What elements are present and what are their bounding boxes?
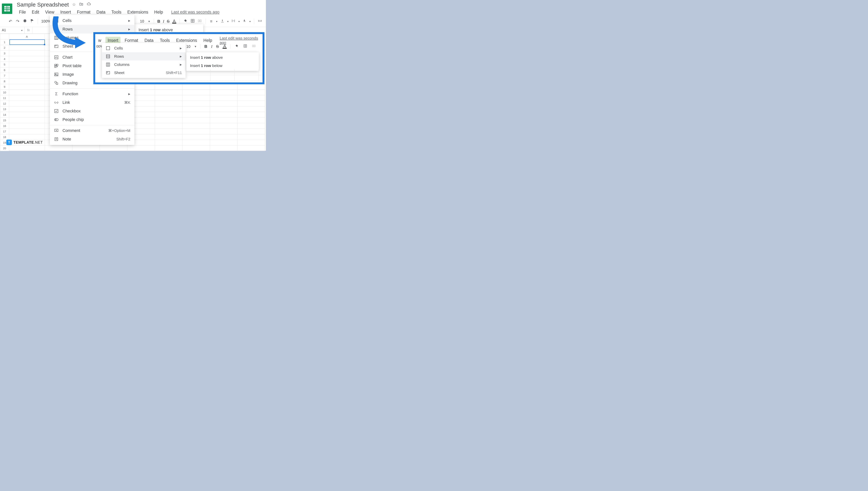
font-size[interactable]: 10 [139,19,145,24]
move-folder-icon[interactable] [79,2,83,7]
paint-format-icon[interactable] [30,19,34,24]
insert-menu: Cells ▶ Rows ▶ Columns ▶ Sheet Shift+F11 [102,43,186,78]
menu-item-label: Comment [62,128,80,133]
row-header[interactable]: 4 [0,56,9,62]
svg-rect-2 [198,20,199,22]
chevron-right-icon: ▶ [128,28,130,31]
row-header[interactable]: 8 [0,79,9,84]
strikethrough-button[interactable]: S [216,44,219,49]
chevron-down-icon[interactable]: ▼ [194,45,197,48]
row-header[interactable]: 7 [0,73,9,79]
svg-rect-0 [4,6,10,11]
insert-rows[interactable]: Rows ▶ [102,52,186,60]
text-color-button[interactable]: A [172,19,176,24]
chevron-down-icon[interactable]: ▾ [249,20,251,23]
strikethrough-button[interactable]: S [167,19,169,24]
print-icon[interactable] [23,19,27,24]
insert-checkbox[interactable]: Checkbox [50,107,134,115]
sigma-icon: Σ [54,91,59,96]
last-edit-link[interactable]: Last edit was seconds ago [171,8,219,16]
vertical-align-icon[interactable] [220,19,225,24]
row-header[interactable]: 3 [0,51,9,56]
row-header[interactable]: 2 [0,45,9,51]
menu-item-label: Note [62,137,71,142]
row-header[interactable]: 14 [0,112,9,118]
menu-item-label: Image [62,72,74,77]
row-header[interactable]: 15 [0,118,9,123]
row-header[interactable]: 20 [0,145,9,151]
insert-cells[interactable]: Cells ▶ [50,17,134,25]
font-size[interactable]: 10 [186,45,190,49]
chevron-down-icon[interactable]: ▾ [238,20,240,23]
row-header[interactable]: 6 [0,67,9,73]
zoom-level[interactable]: 100% [41,19,51,24]
insert-row-above[interactable]: Insert 1 row above [186,53,259,62]
merge-cells-icon[interactable] [197,19,202,24]
chevron-down-icon[interactable]: ▾ [21,29,23,32]
insert-comment[interactable]: Comment ⌘+Option+M [50,126,134,135]
row-header[interactable]: 12 [0,101,9,107]
last-edit-link[interactable]: Last edit was seconds ago [220,36,261,45]
insert-cells[interactable]: Cells ▶ [102,44,186,52]
row-header[interactable]: 10 [0,90,9,95]
row-header[interactable]: 11 [0,95,9,101]
svg-rect-6 [55,36,58,39]
link-icon[interactable] [257,19,262,24]
rows-icon [105,54,111,59]
menu-item-label: Insert 1 row above [190,55,223,60]
redo-icon[interactable]: ↷ [16,19,20,24]
menu-item-label: Rows [114,54,124,59]
insert-people-chip[interactable]: People chip [50,115,134,124]
cells-grid-icon [105,46,111,51]
note-icon [54,137,59,141]
row-header[interactable]: 18 [0,134,9,140]
column-header-A[interactable]: A [9,34,45,39]
italic-button[interactable]: I [163,19,164,24]
fill-color-icon[interactable] [183,19,188,24]
menu-item-label: Function [62,91,78,96]
menu-item-label: Link [62,100,70,105]
doc-title[interactable]: Sample Spreadsheet [17,1,69,8]
chevron-right-icon: ▶ [128,19,130,22]
row-header[interactable]: 9 [0,84,9,90]
menu-edit[interactable]: Edit [30,8,41,16]
row-header[interactable]: 16 [0,123,9,129]
chevron-down-icon[interactable]: ▼ [148,20,150,23]
borders-icon[interactable] [243,44,248,49]
insert-row-below[interactable]: Insert 1 row below [186,62,259,70]
insert-sheet[interactable]: Sheet Shift+F11 [102,69,186,77]
chevron-down-icon[interactable]: ▾ [216,20,217,23]
select-all-corner[interactable] [0,34,9,39]
bold-button[interactable]: B [157,19,160,24]
borders-icon[interactable] [190,19,195,24]
row-header[interactable]: 5 [0,62,9,67]
menu-help[interactable]: Help [152,8,165,16]
menu-file[interactable]: File [17,8,28,16]
insert-link[interactable]: Link ⌘K [50,98,134,107]
row-header[interactable]: 1 [0,39,9,45]
italic-button[interactable]: I [211,44,212,49]
merge-cells-icon[interactable] [251,44,256,49]
text-rotation-icon[interactable] [242,19,247,24]
svg-rect-9 [55,64,56,66]
shortcut-label: Shift+F11 [166,71,182,75]
row-header[interactable]: 13 [0,107,9,112]
fill-color-icon[interactable] [234,44,239,49]
name-box[interactable]: A1 ▾ [0,27,25,33]
chevron-down-icon[interactable]: ▾ [227,20,228,23]
insert-note[interactable]: Note Shift+F2 [50,135,134,143]
cloud-status-icon[interactable] [87,2,91,7]
star-icon[interactable]: ☆ [72,2,76,7]
sheets-logo-icon[interactable] [2,3,12,14]
undo-icon[interactable]: ↶ [8,19,13,24]
menu-help[interactable]: Help [201,37,214,44]
svg-rect-10 [57,64,58,66]
row-header[interactable]: 17 [0,129,9,134]
insert-columns[interactable]: Columns ▶ [102,60,186,69]
text-wrap-icon[interactable] [231,19,236,24]
horizontal-align-icon[interactable]: ≡ [209,19,214,24]
insert-function[interactable]: Σ Function ▶ [50,90,134,98]
text-color-button[interactable]: A [223,45,227,49]
svg-rect-23 [252,45,254,47]
bold-button[interactable]: B [204,44,207,49]
